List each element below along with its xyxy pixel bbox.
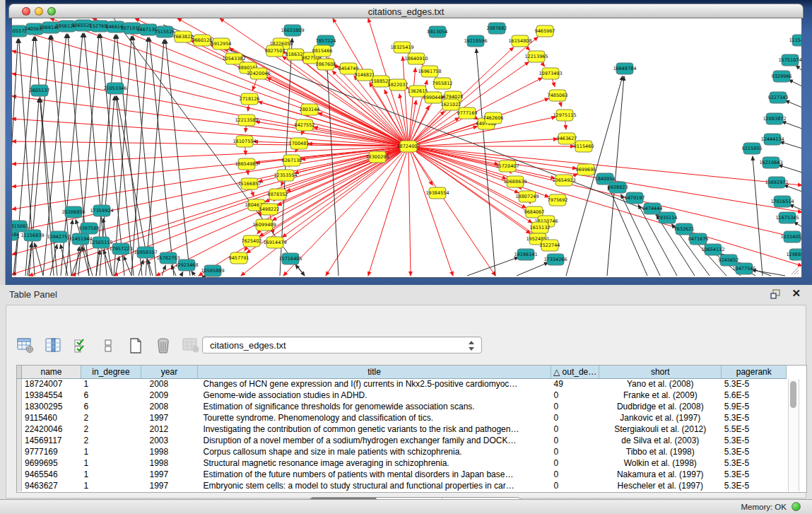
graph-node[interactable]: 16210643	[759, 157, 782, 168]
graph-node[interactable]: 17016514	[770, 196, 794, 207]
graph-node[interactable]: 12444134	[760, 134, 784, 145]
graph-node[interactable]: 19384554	[425, 187, 449, 199]
graph-node[interactable]: 7515526	[155, 26, 175, 37]
graph-node[interactable]: 7462606	[483, 112, 504, 124]
graph-node[interactable]: 9245652	[719, 255, 739, 266]
graph-node[interactable]: 8815466	[312, 45, 333, 57]
graph-node[interactable]: 20206856	[61, 206, 85, 218]
graph-node[interactable]: 18325419	[390, 42, 413, 53]
graph-node[interactable]: 18724007	[396, 141, 420, 152]
table-row[interactable]: 911546021997Tourette syndrome. Phenomeno…	[17, 412, 787, 424]
graph-node[interactable]: 10334059	[780, 231, 801, 243]
graph-node[interactable]: 10477545	[732, 263, 755, 274]
graph-node[interactable]: 1621022	[441, 99, 461, 110]
graph-node[interactable]: 15166857	[237, 178, 261, 189]
table-row[interactable]: 1872400712008Changes of HCN gene express…	[17, 378, 787, 390]
table-row[interactable]: 1938455462009Genome-wide association stu…	[17, 390, 787, 401]
graph-node[interactable]: 15716485	[278, 253, 302, 264]
graph-node[interactable]: 9215955	[742, 143, 763, 154]
graph-node[interactable]: 15751074	[778, 54, 801, 66]
graph-node[interactable]: 5498222	[259, 204, 280, 215]
graph-node[interactable]: 7632621	[674, 223, 695, 235]
table-row[interactable]: 969969511998Structural magnetic resonanc…	[17, 457, 787, 469]
graph-node[interactable]: 9463627	[557, 133, 577, 144]
column-header-out_de[interactable]: △ out_de…	[551, 366, 599, 378]
graph-node[interactable]: 15720407	[495, 160, 519, 172]
citation-graph[interactable]: 2405572424056392069140619561264106552871…	[12, 18, 801, 277]
graph-node[interactable]: 9827503	[265, 45, 286, 57]
graph-node[interactable]: 17334266	[543, 254, 567, 265]
graph-node[interactable]: 2867608	[316, 59, 336, 70]
graph-node[interactable]: 12093872	[763, 113, 786, 124]
row-select-checks-icon[interactable]	[71, 337, 90, 355]
graph-node[interactable]: 8878352	[268, 189, 288, 200]
graph-node[interactable]: 11675345	[775, 212, 799, 223]
graph-node[interactable]: 18807249	[515, 191, 539, 202]
graph-node[interactable]: 8813054	[428, 26, 448, 37]
graph-node[interactable]: 9329966	[772, 71, 792, 82]
graph-node[interactable]: 12353554	[273, 170, 297, 181]
stacked-rows-icon[interactable]	[99, 337, 117, 355]
column-header-short[interactable]: short	[599, 366, 722, 378]
network-frame-titlebar[interactable]: citations_edges.txt	[8, 4, 804, 18]
graph-node[interactable]: 18640910	[404, 53, 428, 64]
node-table[interactable]: namein_degreeyeartitle△ out_de…shortpage…	[16, 365, 807, 493]
graph-node[interactable]: 9465967	[535, 25, 555, 37]
graph-node[interactable]: 8427552	[295, 119, 315, 131]
graph-node[interactable]: 18300295	[365, 151, 389, 163]
graph-node[interactable]: 10595889	[201, 265, 224, 276]
graph-node[interactable]: 13654923	[552, 175, 575, 186]
new-table-icon[interactable]	[126, 337, 145, 355]
graph-node[interactable]: 7663822	[173, 31, 194, 42]
column-chooser-icon[interactable]	[44, 337, 62, 355]
column-header-title[interactable]: title	[198, 366, 551, 378]
graph-node[interactable]: 2605137	[30, 85, 50, 96]
node-table-grid[interactable]: namein_degreeyeartitle△ out_de…shortpage…	[17, 366, 787, 491]
graph-node[interactable]: 16961758	[418, 66, 441, 77]
graph-node[interactable]: 11156839	[20, 230, 44, 241]
column-header-pagerank[interactable]: pagerank	[722, 366, 787, 378]
graph-node[interactable]: 19218596	[464, 35, 487, 47]
column-header-name[interactable]: name	[22, 366, 81, 378]
column-header-in_degree[interactable]: in_degree	[81, 366, 141, 378]
graph-node[interactable]: 17359924	[90, 205, 113, 216]
table-row[interactable]: 1830029562008Estimation of significance …	[17, 401, 787, 412]
graph-node[interactable]: 8267130	[282, 155, 302, 166]
graph-node[interactable]: 9777169	[457, 107, 478, 119]
graph-node[interactable]: 16154808	[508, 35, 531, 47]
graph-node[interactable]: 10688639	[503, 176, 526, 187]
graph-node[interactable]: 2935114	[657, 212, 678, 223]
graph-node[interactable]: 2522744	[540, 240, 560, 251]
graph-node[interactable]: 2803144	[300, 104, 320, 115]
table-select-dropdown[interactable]: citations_edges.txt	[202, 337, 482, 354]
graph-node[interactable]: 7975692	[548, 194, 568, 206]
table-row[interactable]: 946554611997Estimation of the future num…	[17, 469, 787, 480]
table-row[interactable]: 946362711997Embryonic stem cells: a mode…	[17, 480, 787, 491]
graph-node[interactable]: 5912954	[211, 38, 232, 49]
graph-node[interactable]: 11154388	[789, 35, 801, 46]
delete-rows-trash-icon[interactable]	[154, 337, 172, 355]
graph-node[interactable]: 5822037	[388, 79, 408, 90]
column-header-year[interactable]: year	[141, 366, 198, 378]
delete-table-icon-disabled[interactable]	[182, 337, 200, 355]
graph-node[interactable]: 13942757	[47, 231, 70, 243]
canvas-resize-grip[interactable]	[791, 267, 799, 275]
graph-node[interactable]: 17957223	[109, 243, 132, 255]
close-panel-icon[interactable]: ✕	[792, 287, 801, 300]
graph-node[interactable]: 12213965	[524, 51, 548, 62]
graph-node[interactable]: 7625402	[242, 235, 262, 247]
graph-node[interactable]: 21053346	[103, 83, 126, 94]
graph-node[interactable]: 8938923	[608, 182, 628, 193]
graph-node[interactable]: 7485063	[548, 90, 568, 101]
table-row[interactable]: 1456911722003Disruption of a novel membe…	[17, 435, 787, 446]
table-scrollbar[interactable]	[788, 379, 799, 491]
graph-node[interactable]: 9660128	[192, 35, 213, 46]
graph-node[interactable]: 12988875	[786, 249, 801, 260]
graph-node[interactable]: 12975115	[553, 110, 576, 121]
graph-node[interactable]: 1700481	[289, 138, 310, 149]
graph-node[interactable]: 15692971	[765, 177, 788, 188]
graph-node[interactable]: 9115460	[574, 141, 594, 152]
graph-node[interactable]: 7955812	[433, 78, 453, 89]
graph-node[interactable]: 9397588	[79, 223, 100, 234]
graph-node[interactable]: 16648784	[613, 63, 636, 74]
